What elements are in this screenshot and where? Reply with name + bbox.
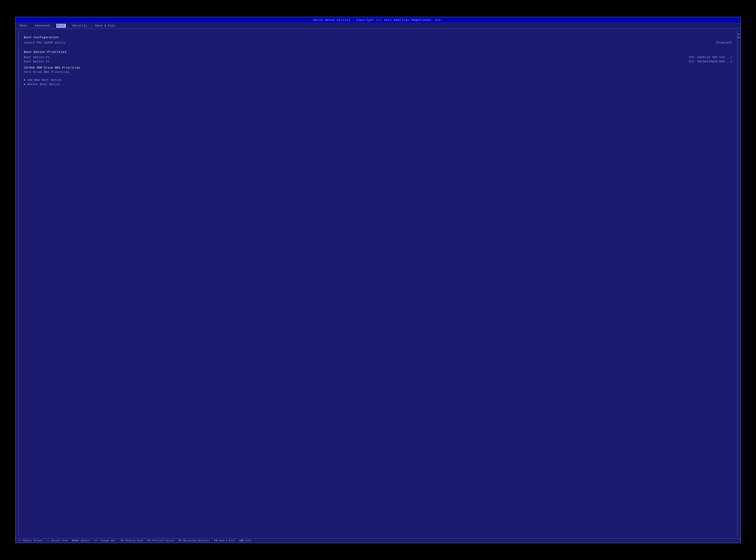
boot-option1-value: [P0: SanDisk SSD U10...] xyxy=(688,56,732,59)
help-change: +/- Change Opt. xyxy=(94,539,117,542)
boot-option2-value: [P2: MATSHITADVD-RAM...] xyxy=(688,60,732,63)
delete-arrow-icon: ► xyxy=(24,83,26,86)
help-key-plusminus: +/- xyxy=(94,539,99,542)
help-key-f1: F1 xyxy=(121,539,124,542)
nav-security[interactable]: Security xyxy=(71,24,88,28)
nav-boot[interactable]: Boot xyxy=(56,24,66,28)
help-key-f4: F4 xyxy=(214,539,217,542)
cddvd-label[interactable]: CD/DVD ROM Drive BBS Priorities xyxy=(24,66,80,69)
add-new-label[interactable]: Add New Boot Option xyxy=(27,79,62,82)
boot-config-header: Boot Configuration xyxy=(24,36,732,39)
help-f4: F4 Save & Exit xyxy=(214,539,235,542)
help-f3: F3 Optimized Defaults xyxy=(179,539,210,542)
harddrive-label[interactable]: Hard Drive BBS Priorities xyxy=(24,71,69,74)
content-area: Boot Configuration Launch PXE OpROM poli… xyxy=(16,29,740,538)
help-f1: F1 General Help xyxy=(121,539,143,542)
title-bar: Aptio Setup Utility - Copyright (C) 2012… xyxy=(16,17,740,23)
help-key-enter: Enter xyxy=(72,539,79,542)
help-enter: Enter Select xyxy=(72,539,90,542)
delete-label[interactable]: Delete Boot Option xyxy=(27,83,60,86)
left-border xyxy=(16,31,19,536)
spacer-1 xyxy=(24,45,732,48)
nav-advanced[interactable]: Advanced xyxy=(34,24,51,28)
bottom-bar: ←→ Select Screen ↑↓ Select Item Enter Se… xyxy=(16,538,740,543)
boot-option2-label[interactable]: Boot Option #2 xyxy=(24,60,49,63)
add-new-row: ► Add New Boot Option xyxy=(24,78,732,82)
help-key-f3: F3 xyxy=(179,539,182,542)
help-select-screen: ←→ Select Screen xyxy=(19,539,42,542)
help-f2: F2 Previous Values xyxy=(147,539,175,542)
main-panel: Boot Configuration Launch PXE OpROM poli… xyxy=(19,31,737,536)
nav-save-exit[interactable]: Save & Exit xyxy=(94,24,117,28)
help-select-item: ↑↓ Select Item xyxy=(47,539,68,542)
right-border: ▲ ▼ xyxy=(737,31,740,536)
boot-option1-row: Boot Option #1 [P0: SanDisk SSD U10...] xyxy=(24,55,732,60)
scroll-up-icon: ▲ xyxy=(738,33,740,35)
help-key-updown: ↑↓ xyxy=(47,539,50,542)
spacer-2 xyxy=(24,64,732,66)
launch-pxe-value: [Enabled] xyxy=(716,41,732,44)
harddrive-row: Hard Drive BBS Priorities xyxy=(24,70,732,74)
title-text: Aptio Setup Utility - Copyright (C) 2012… xyxy=(313,18,443,22)
boot-option2-row: Boot Option #2 [P2: MATSHITADVD-RAM...] xyxy=(24,60,732,64)
help-key-esc: ESC xyxy=(240,539,244,542)
help-key-arrows: ←→ xyxy=(19,539,22,542)
help-esc: ESC Exit xyxy=(240,539,251,542)
launch-pxe-label[interactable]: Launch PXE OpROM policy xyxy=(24,41,66,44)
nav-bar: Main Advanced Boot Security Save & Exit xyxy=(16,23,740,29)
spacer-3 xyxy=(24,74,732,78)
scroll-down-icon: ▼ xyxy=(738,36,740,39)
help-key-f2: F2 xyxy=(147,539,150,542)
boot-option1-label[interactable]: Boot Option #1 xyxy=(24,56,49,59)
bios-screen: Aptio Setup Utility - Copyright (C) 2012… xyxy=(15,17,741,543)
launch-pxe-row: Launch PXE OpROM policy [Enabled] xyxy=(24,41,732,45)
delete-row: ► Delete Boot Option xyxy=(24,82,732,86)
boot-priorities-header: Boot Option Priorities xyxy=(24,50,732,54)
nav-main[interactable]: Main xyxy=(19,24,28,28)
add-arrow-icon: ► xyxy=(24,79,26,82)
cddvd-row: CD/DVD ROM Drive BBS Priorities xyxy=(24,66,732,70)
